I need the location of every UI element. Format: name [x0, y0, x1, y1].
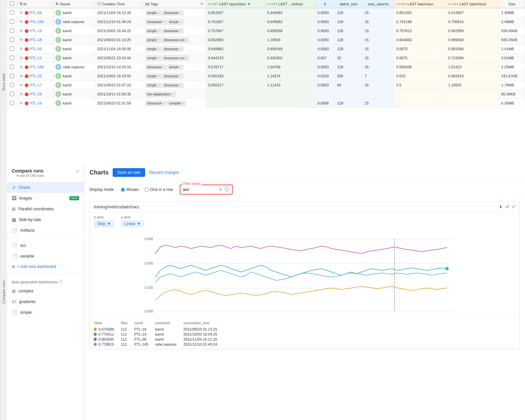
run-id-link[interactable]: PTL-58 — [30, 11, 42, 15]
row-select[interactable] — [10, 38, 14, 42]
tag-remove[interactable]: × — [158, 74, 160, 78]
sidebar-item-acc[interactable]: 📄 acc — [7, 240, 84, 251]
run-id-link[interactable]: PTL-29 — [30, 92, 42, 96]
tag-remove[interactable]: × — [172, 92, 174, 96]
sidebar-item-gradients[interactable]: 🏷 gradients — [7, 296, 84, 307]
discard-changes-button[interactable]: Discard changes — [149, 170, 179, 175]
tag-remove[interactable]: × — [163, 20, 165, 24]
sidebar-item-charts[interactable]: ↗ Charts — [7, 182, 84, 193]
tag-remove[interactable]: × — [180, 11, 182, 15]
sidebar-item-variable[interactable]: 📄 variable — [7, 251, 84, 262]
tag-remove[interactable]: × — [180, 47, 182, 51]
tag-remove[interactable]: × — [158, 83, 160, 87]
value-col-step: Step 112 112 112 112 — [121, 321, 128, 346]
eye-icon[interactable]: 👁 — [19, 101, 23, 105]
eye-icon[interactable]: 👁 — [19, 11, 23, 15]
select-all-checkbox[interactable] — [10, 1, 14, 6]
tag-remove[interactable]: × — [180, 74, 182, 78]
tag-remove[interactable]: × — [158, 29, 160, 33]
run-id-link[interactable]: PTL-16 — [30, 101, 42, 105]
run-id-link[interactable]: PTL-18 — [30, 38, 42, 42]
run-id-link[interactable]: PTL-22 — [30, 74, 42, 78]
row-select[interactable] — [10, 83, 14, 87]
tag-remove[interactable]: × — [180, 20, 182, 24]
add-dashboard-button[interactable]: ⊕ + Add new dashboard — [7, 262, 84, 272]
resize-handle-owner[interactable]: ⋮ — [91, 2, 93, 6]
eye-icon[interactable]: 👁 — [19, 47, 23, 51]
eye-icon[interactable]: 👁 — [19, 29, 23, 33]
row-select[interactable] — [10, 28, 14, 33]
syscreation-row-4: 2021/12/10 01:49:24 — [183, 342, 217, 346]
run-id-link[interactable]: PTL-19 — [30, 29, 42, 33]
row-select[interactable] — [10, 47, 14, 51]
resize-handle-creation[interactable]: ⋮ — [139, 2, 141, 6]
mosaic-radio[interactable] — [121, 188, 125, 192]
tag-remove[interactable]: × — [158, 38, 160, 42]
row-select[interactable] — [10, 101, 14, 105]
eye-icon[interactable]: 👁 — [19, 74, 23, 78]
eye-icon[interactable]: 👁 — [19, 56, 23, 60]
row-select[interactable] — [10, 19, 14, 24]
run-id-link[interactable]: PTL-56 — [30, 47, 42, 51]
tag-remove[interactable]: × — [186, 38, 188, 42]
chart-download-button[interactable]: ⬇ — [499, 204, 503, 209]
eye-icon[interactable]: 👁 — [19, 20, 23, 24]
tag-remove[interactable]: × — [158, 47, 160, 51]
mosaic-option[interactable]: Mosaic — [121, 187, 139, 192]
sidebar-item-artifacts[interactable]: 📄 Artifacts — [7, 225, 84, 236]
tag-remove[interactable]: × — [186, 56, 188, 60]
run-id-link[interactable]: PTL-11 — [30, 56, 42, 60]
eye-icon[interactable]: 👁 — [19, 38, 23, 42]
row-select[interactable] — [10, 74, 14, 78]
eye-icon[interactable]: 👁 — [19, 83, 23, 87]
tag-remove[interactable]: × — [180, 65, 182, 69]
sysowner-row-1: kamil — [155, 327, 177, 331]
save-as-new-button[interactable]: Save as new — [113, 168, 145, 177]
chart-svg[interactable]: 0.900 0.800 0.700 0.600 0.00 10.0 — [93, 233, 516, 314]
tag-remove[interactable]: × — [158, 56, 160, 60]
sidebar-item-simple[interactable]: 📄 simple — [7, 307, 84, 318]
chart-line-ptl19 — [156, 265, 447, 277]
filter-charts-input[interactable] — [183, 187, 217, 192]
row-batch-loss — [446, 99, 499, 108]
collapse-sidebar-button[interactable]: « — [76, 168, 79, 174]
sidebyside-nav-icon: ▦ — [12, 217, 16, 222]
sidebar-item-parallel[interactable]: ⊞ Parallel coordinates — [7, 204, 84, 214]
chart-zoom-button[interactable]: ⤢ — [512, 204, 515, 209]
one-in-row-option[interactable]: One in a row — [144, 187, 173, 192]
row-id: 👁 🔴 PTL-17 — [17, 81, 53, 90]
chart-body: 0.900 0.800 0.700 0.600 0.00 10.0 — [90, 230, 519, 318]
owner-avatar: K — [55, 55, 61, 61]
row-select[interactable] — [10, 56, 14, 60]
x-axis-dropdown[interactable]: Step ▼ — [94, 220, 114, 227]
syscreation-row-3: 2021/11/04 16:12:26 — [183, 337, 217, 341]
sidebar-item-sidebyside[interactable]: ▦ Side-by-side — [7, 214, 84, 225]
filter-clear-button[interactable]: ✕ — [219, 187, 223, 192]
tag-remove[interactable]: × — [180, 29, 182, 33]
tag-remove[interactable]: × — [163, 65, 165, 69]
row-select[interactable] — [10, 92, 14, 96]
eye-icon[interactable]: 👁 — [19, 92, 23, 96]
monitor-icon: 🔴 — [24, 20, 28, 24]
row-select[interactable] — [10, 10, 14, 15]
sidebar-item-complex[interactable]: ⊞ complex — [7, 286, 84, 296]
row-select[interactable] — [10, 65, 14, 69]
row-epoch-acc: 0.757667 — [206, 26, 265, 36]
artifacts-nav-label: Artifacts — [20, 228, 35, 233]
run-id-link[interactable]: PTL-17 — [30, 83, 42, 87]
resize-handle-id[interactable]: ⋮ — [49, 2, 51, 6]
y-axis-dropdown[interactable]: Linear ▼ — [121, 220, 144, 227]
run-id-link[interactable]: PTL-165 — [30, 20, 44, 24]
settings-icon-tags[interactable]: ⚙ — [200, 2, 203, 6]
filter-info-icon[interactable]: ⓘ — [225, 187, 229, 193]
tag-remove[interactable]: × — [182, 101, 184, 105]
tag-remove[interactable]: × — [180, 83, 182, 87]
sidebar-item-images[interactable]: 🖼 Images NEW — [7, 193, 84, 204]
chart-reset-button[interactable]: ↺ — [505, 204, 509, 209]
run-id-link[interactable]: PTL-166 — [30, 65, 44, 69]
row-id: 👁 🔴 PTL-166 — [17, 63, 53, 72]
tag-remove[interactable]: × — [163, 101, 165, 105]
tag-remove[interactable]: × — [158, 11, 160, 15]
one-in-row-radio[interactable] — [144, 188, 149, 192]
eye-icon[interactable]: 👁 — [19, 65, 23, 69]
